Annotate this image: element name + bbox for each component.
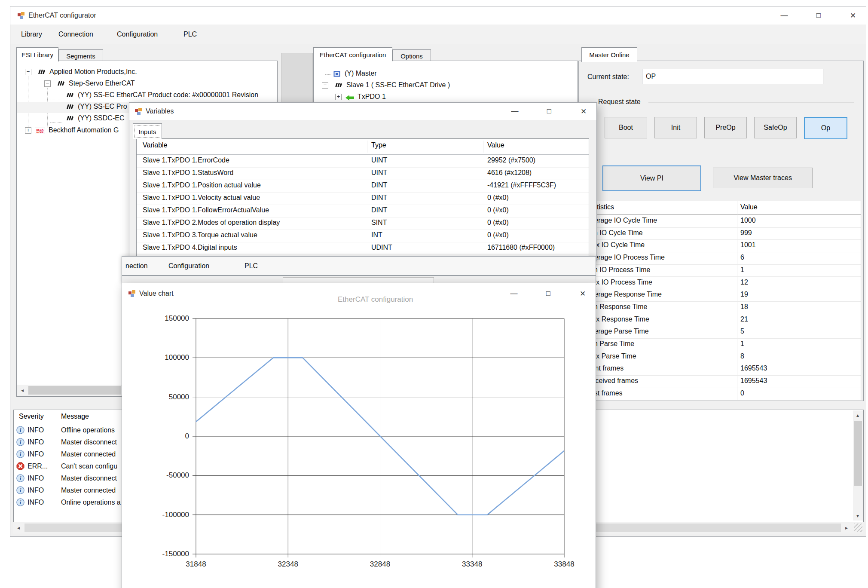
tree-item-vendor[interactable]: − Applied Motion Products,Inc. <box>17 67 276 78</box>
tab-esi-library[interactable]: ESI Library <box>16 47 58 62</box>
variables-table-row[interactable]: Slave 1.TxPDO 1.FollowErrorActualValueDI… <box>137 205 589 217</box>
variables-table-row[interactable]: Slave 1.TxPDO 3.Torque actual valueINT0 … <box>137 230 589 242</box>
statistics-row[interactable]: Min IO Process Time1 <box>582 264 861 277</box>
statistics-row[interactable]: Sent frames1695543 <box>582 363 861 376</box>
maximize-button[interactable]: □ <box>813 11 825 20</box>
preop-button[interactable]: PreOp <box>704 117 747 138</box>
view-pi-button[interactable]: View PI <box>602 165 701 191</box>
close-button[interactable]: ✕ <box>577 289 589 298</box>
log-severity: ERR... <box>28 462 48 470</box>
tree-item-label: (YY) SSDC-EC <box>78 114 124 122</box>
close-button[interactable]: ✕ <box>847 11 859 20</box>
variables-table-row[interactable]: Slave 1.TxPDO 1.Position actual valueDIN… <box>137 180 589 193</box>
minimize-button[interactable]: — <box>778 11 790 20</box>
scroll-right-icon[interactable]: ▸ <box>842 523 851 533</box>
view-master-traces-button[interactable]: View Master traces <box>713 168 813 188</box>
x-tick-label: 33348 <box>449 560 496 569</box>
menu-configuration[interactable]: Configuration <box>117 31 158 38</box>
tree-item-master[interactable]: (Y) Master <box>314 69 577 80</box>
statistic-value: 18 <box>740 303 748 311</box>
statistics-row[interactable]: Max Parse Time8 <box>582 351 861 364</box>
tree-item-label: TxPDO 1 <box>358 93 386 101</box>
menu-connection[interactable]: Connection <box>58 31 93 38</box>
main-title-bar[interactable]: EtherCAT configurator — □ ✕ <box>10 6 866 24</box>
variable-type: INT <box>371 231 382 239</box>
minimize-button[interactable]: — <box>509 107 521 116</box>
variable-column-header[interactable]: Variable <box>143 141 168 149</box>
type-column-header[interactable]: Type <box>371 141 386 149</box>
statistics-row[interactable]: Min Parse Time1 <box>582 338 861 351</box>
statistics-row[interactable]: Average Response Time19 <box>582 289 861 302</box>
boot-button[interactable]: Boot <box>605 117 647 138</box>
variable-name: Slave 1.TxPDO 1.FollowErrorActualValue <box>143 206 269 214</box>
log-message: Online operations a <box>61 499 121 506</box>
collapse-icon[interactable]: − <box>322 82 328 89</box>
tab-ethercat-configuration[interactable]: EtherCAT configuration <box>313 47 392 62</box>
severity-column-header[interactable]: Severity <box>19 413 44 420</box>
variable-type: DINT <box>371 181 387 189</box>
menu-configuration[interactable]: Configuration <box>168 262 209 270</box>
variables-table-row[interactable]: Slave 1.TxPDO 1.ErrorCodeUINT29952 (#x75… <box>137 155 589 168</box>
statistics-row[interactable]: Max IO Cycle Time1001 <box>582 239 861 252</box>
statistics-row[interactable]: Average IO Process Time6 <box>582 252 861 265</box>
tab-options[interactable]: Options <box>392 49 431 62</box>
safeop-button[interactable]: SafeOp <box>754 117 797 138</box>
statistic-name: Average IO Process Time <box>587 254 665 261</box>
collapse-icon[interactable]: − <box>44 80 51 87</box>
scroll-up-icon[interactable]: ▴ <box>853 410 862 420</box>
tree-item-family[interactable]: − Step-Servo EtherCAT <box>17 79 276 90</box>
value-column-header[interactable]: Value <box>487 141 504 149</box>
chart-title-bar[interactable]: Value chart EtherCAT configuration — □ ✕ <box>122 283 596 304</box>
scroll-left-icon[interactable]: ◂ <box>14 523 23 533</box>
close-button[interactable]: ✕ <box>578 107 590 116</box>
message-column-header[interactable]: Message <box>61 413 89 420</box>
background-window-strip: nection Configuration PLC <box>122 256 596 283</box>
variables-table-row[interactable]: Slave 1.TxPDO 2.Modes of operation displ… <box>137 217 589 230</box>
tree-item-txpdo1[interactable]: + TxPDO 1 <box>314 92 577 103</box>
statistics-row[interactable]: Min IO Cycle Time999 <box>582 227 861 240</box>
tree-item-device[interactable]: (YY) SS-EC EtherCAT Product code: #x0000… <box>17 90 276 101</box>
menu-plc[interactable]: PLC <box>245 262 258 270</box>
expand-icon[interactable]: + <box>335 94 342 100</box>
log-message: Master connected <box>61 487 116 494</box>
value-column-header[interactable]: Value <box>740 203 758 211</box>
scrollbar-thumb[interactable] <box>28 386 121 395</box>
statistic-value: 0 <box>740 389 744 397</box>
minimize-button[interactable]: — <box>508 289 520 298</box>
maximize-button[interactable]: □ <box>542 289 554 298</box>
statistics-row[interactable]: Lost frames0 <box>582 388 861 400</box>
menu-library[interactable]: Library <box>21 31 42 38</box>
tab-segments[interactable]: Segments <box>58 49 103 62</box>
variables-table-row[interactable]: Slave 1.TxPDO 1.Velocity actual valueDIN… <box>137 192 589 205</box>
statistics-row[interactable]: Average IO Cycle Time1000 <box>582 215 861 228</box>
statistics-row[interactable]: Max IO Process Time12 <box>582 277 861 290</box>
scroll-down-icon[interactable]: ▾ <box>853 511 862 521</box>
statistics-row[interactable]: Max Response Time21 <box>582 314 861 327</box>
menu-connection-partial[interactable]: nection <box>125 262 148 270</box>
tree-item-slave1[interactable]: − Slave 1 ( SS-EC EtherCAT Drive ) <box>314 80 577 92</box>
init-button[interactable]: Init <box>654 117 697 138</box>
scrollbar-thumb[interactable] <box>854 421 862 486</box>
menu-plc[interactable]: PLC <box>183 31 197 38</box>
expand-icon[interactable]: + <box>25 127 31 134</box>
log-vertical-scrollbar[interactable]: ▴ ▾ <box>853 410 863 521</box>
variables-title-bar[interactable]: Variables — □ ✕ <box>129 103 596 120</box>
maximize-button[interactable]: □ <box>543 107 555 116</box>
statistics-header[interactable]: Statistics Value <box>582 201 861 215</box>
variable-value: 0 (#x0) <box>487 206 509 214</box>
op-button[interactable]: Op <box>804 117 847 139</box>
statistic-value: 8 <box>740 352 744 360</box>
tab-master-online[interactable]: Master Online <box>581 47 637 62</box>
tab-inputs[interactable]: Inputs <box>133 123 162 139</box>
variables-table-header[interactable]: Variable Type Value <box>137 139 589 155</box>
variable-value: 16711680 (#xFF0000) <box>487 244 555 251</box>
scroll-left-icon[interactable]: ◂ <box>18 386 27 395</box>
statistics-row[interactable]: Min Response Time18 <box>582 301 861 314</box>
statistics-row[interactable]: Received frames1695543 <box>582 375 861 388</box>
variables-table-row[interactable]: Slave 1.TxPDO 1.StatusWordUINT4616 (#x12… <box>137 167 589 180</box>
current-state-input[interactable] <box>642 69 823 84</box>
collapse-icon[interactable]: − <box>25 69 31 75</box>
variables-table-row[interactable]: Slave 1.TxPDO 4.Digital inputsUDINT16711… <box>137 242 589 255</box>
statistics-row[interactable]: Average Parse Time5 <box>582 326 861 339</box>
resize-grip-icon[interactable] <box>854 524 862 532</box>
